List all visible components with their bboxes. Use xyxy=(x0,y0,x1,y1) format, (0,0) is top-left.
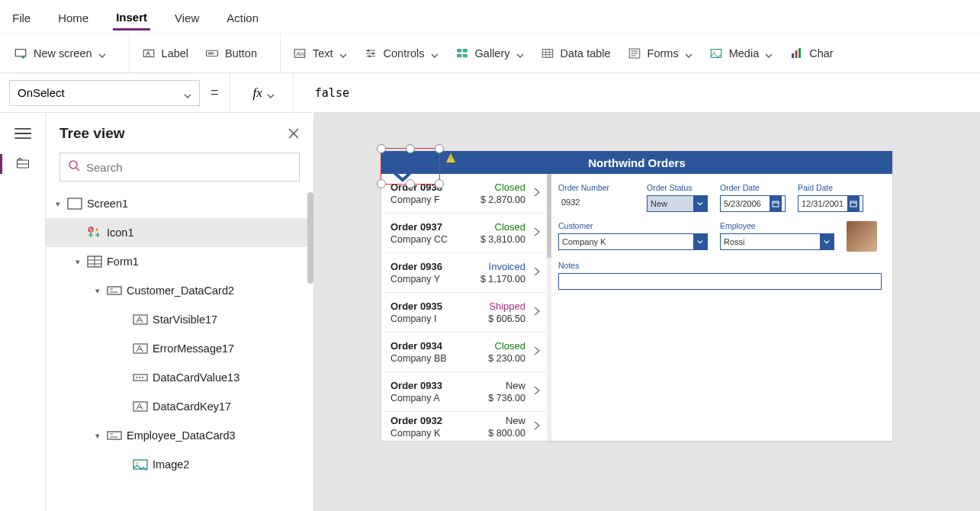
insert-gallery-button[interactable]: Gallery xyxy=(451,42,529,65)
tree-node-errormessage[interactable]: ErrorMessage17 xyxy=(46,334,313,363)
forms-icon xyxy=(628,47,641,60)
order-amount: $ 800.00 xyxy=(467,428,525,439)
tree-view-title: Tree view xyxy=(59,125,125,142)
tree-node-customer-datacard[interactable]: ▾ Customer_DataCard2 xyxy=(46,276,313,305)
formula-input[interactable]: false xyxy=(309,82,971,104)
canvas[interactable]: Northwind Orders Order 0938Company FClos… xyxy=(314,113,980,511)
rail-tree-view-button[interactable] xyxy=(14,157,32,171)
insert-button-text: Button xyxy=(225,47,257,59)
resize-handle[interactable] xyxy=(435,144,444,153)
menu-action[interactable]: Action xyxy=(223,4,262,29)
tree-node-icon1[interactable]: Icon1 xyxy=(46,218,313,247)
collapse-icon[interactable]: ▾ xyxy=(53,199,63,209)
dropdown-caret-icon xyxy=(339,50,347,57)
tree-node-label: ErrorMessage17 xyxy=(153,342,234,355)
media-icon xyxy=(709,47,723,60)
order-status: Closed xyxy=(467,182,525,193)
svg-rect-13 xyxy=(542,49,553,57)
customer-dropdown[interactable]: Company K xyxy=(558,233,708,250)
employee-dropdown[interactable]: Rossi xyxy=(720,233,834,250)
resize-handle[interactable] xyxy=(406,144,415,153)
paid-date-input[interactable]: 12/31/2001 xyxy=(798,195,863,212)
order-id: Order 0932 xyxy=(390,415,464,426)
warning-icon[interactable] xyxy=(445,153,456,163)
selection-outline[interactable] xyxy=(381,148,440,185)
order-status-dropdown[interactable]: New xyxy=(647,195,708,212)
separator xyxy=(280,34,281,73)
list-scrollbar[interactable] xyxy=(547,174,551,441)
insert-data-table-button[interactable]: Data table xyxy=(536,42,615,65)
order-list-item[interactable]: Order 0934Company BBClosed$ 230.00 xyxy=(381,333,547,372)
tree-search-box[interactable] xyxy=(59,153,300,182)
insert-text-button[interactable]: Abc Text xyxy=(288,42,352,65)
chevron-right-icon[interactable] xyxy=(533,187,542,201)
chevron-right-icon[interactable] xyxy=(533,266,542,280)
svg-rect-24 xyxy=(108,287,121,294)
svg-rect-35 xyxy=(773,201,779,207)
order-detail-form: Order Number 0932 Order Status New Order… xyxy=(548,174,892,441)
notes-label: Notes xyxy=(558,261,579,270)
chevron-right-icon[interactable] xyxy=(533,306,542,320)
close-panel-button[interactable] xyxy=(288,127,300,140)
order-list-item[interactable]: Order 0933Company ANew$ 736.00 xyxy=(381,372,547,412)
collapse-icon[interactable]: ▾ xyxy=(93,431,102,441)
collapse-icon[interactable]: ▾ xyxy=(93,286,102,296)
property-dropdown[interactable]: OnSelect xyxy=(9,80,200,106)
calendar-icon[interactable] xyxy=(770,196,782,211)
tree-search-input[interactable] xyxy=(86,161,291,174)
order-date-input[interactable]: 5/23/2006 xyxy=(720,195,786,212)
scrollbar-thumb[interactable] xyxy=(547,174,551,258)
insert-controls-button[interactable]: Controls xyxy=(359,42,443,65)
chevron-right-icon[interactable] xyxy=(533,345,542,359)
resize-handle[interactable] xyxy=(406,179,415,188)
chevron-right-icon[interactable] xyxy=(533,227,542,240)
order-list-item[interactable]: Order 0937Company CCClosed$ 3,810.00 xyxy=(381,214,547,253)
order-list-item[interactable]: Order 0935Company IShipped$ 606.50 xyxy=(381,293,547,333)
tree-node-form1[interactable]: ▾ Form1 xyxy=(46,247,313,276)
svg-rect-25 xyxy=(133,315,147,324)
main-menubar: File Home Insert View Action xyxy=(0,0,980,34)
dropdown-caret-icon xyxy=(98,50,106,57)
tree-node-datacardvalue[interactable]: DataCardValue13 xyxy=(46,363,313,392)
order-id: Order 0936 xyxy=(390,261,464,272)
paid-date-label: Paid Date xyxy=(798,183,863,192)
new-screen-button[interactable]: New screen xyxy=(9,42,111,65)
chevron-right-icon[interactable] xyxy=(533,385,542,399)
resize-handle[interactable] xyxy=(377,179,386,188)
scrollbar-thumb[interactable] xyxy=(307,192,313,284)
insert-charts-button[interactable]: Char xyxy=(785,42,837,65)
menu-file[interactable]: File xyxy=(9,4,34,29)
insert-button-button[interactable]: Button xyxy=(201,42,262,65)
app-preview[interactable]: Northwind Orders Order 0938Company FClos… xyxy=(381,151,892,441)
insert-gallery-label: Gallery xyxy=(475,47,510,59)
tree-node-screen1[interactable]: ▾ Screen1 xyxy=(46,189,313,218)
tree-node-employee-datacard[interactable]: ▾ Employee_DataCard3 xyxy=(46,421,313,450)
chevron-right-icon[interactable] xyxy=(533,420,542,434)
insert-label-button[interactable]: Label xyxy=(137,42,193,65)
insert-forms-button[interactable]: Forms xyxy=(623,42,697,65)
menu-home[interactable]: Home xyxy=(55,4,92,29)
notes-input[interactable] xyxy=(558,273,882,290)
tree-node-image2[interactable]: Image2 xyxy=(46,450,313,479)
dropdown-caret-icon xyxy=(685,50,692,57)
order-list-item[interactable]: Order 0932Company KNew$ 800.00 xyxy=(381,412,547,442)
employee-label: Employee xyxy=(720,221,834,230)
order-status-value: New xyxy=(651,199,667,208)
resize-handle[interactable] xyxy=(435,179,444,188)
menu-view[interactable]: View xyxy=(172,4,202,29)
tree-list[interactable]: ▾ Screen1 Icon1 ▾ Form1 ▾ Customer_DataC… xyxy=(46,189,313,511)
calendar-icon[interactable] xyxy=(847,196,860,211)
fx-button[interactable]: fx xyxy=(246,80,282,106)
menu-insert[interactable]: Insert xyxy=(113,3,150,31)
tree-node-datacardkey[interactable]: DataCardKey17 xyxy=(46,392,313,421)
svg-rect-38 xyxy=(450,160,451,161)
resize-handle[interactable] xyxy=(377,144,386,153)
collapse-icon[interactable]: ▾ xyxy=(73,257,82,267)
label-control-icon xyxy=(133,313,148,326)
insert-media-button[interactable]: Media xyxy=(705,42,778,65)
rail-hamburger-button[interactable] xyxy=(14,127,32,140)
tree-node-starvisible[interactable]: StarVisible17 xyxy=(46,305,313,334)
order-list-item[interactable]: Order 0936Company YInvoiced$ 1,170.00 xyxy=(381,253,547,293)
dropdown-caret-icon xyxy=(184,89,191,97)
order-list[interactable]: Order 0938Company FClosed$ 2,870.00Order… xyxy=(381,174,548,441)
